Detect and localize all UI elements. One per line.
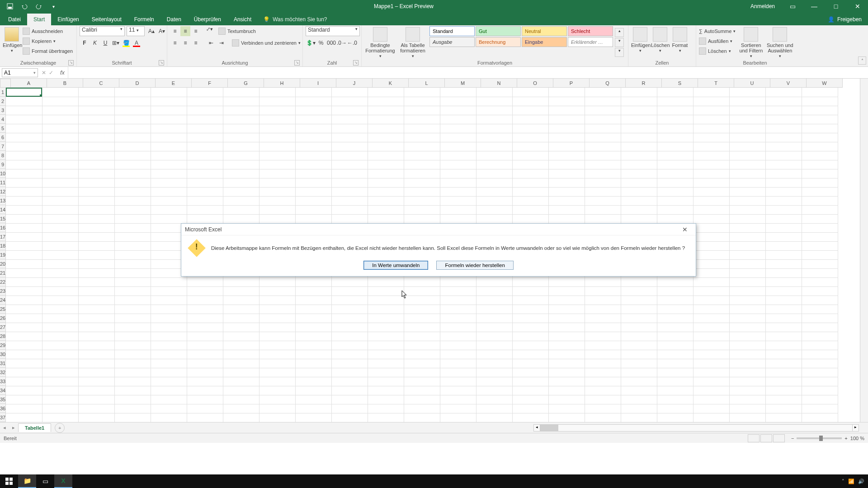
fx-icon[interactable]: fx (57, 69, 68, 76)
decrease-font-icon[interactable]: A▾ (157, 26, 167, 36)
row-header[interactable]: 9 (0, 160, 6, 169)
bold-button[interactable]: F (80, 38, 90, 48)
recover-formulas-button[interactable]: Formeln wieder herstellen (436, 261, 513, 270)
cut-button[interactable]: Ausschneiden (23, 26, 73, 36)
tab-page-layout[interactable]: Seitenlayout (85, 14, 128, 25)
increase-font-icon[interactable]: A▴ (146, 26, 156, 36)
column-header[interactable]: H (264, 79, 300, 88)
align-middle-icon[interactable]: ≡ (180, 26, 190, 36)
column-header[interactable]: S (662, 79, 698, 88)
zoom-level[interactable]: 100 % (850, 436, 864, 441)
row-header[interactable]: 16 (0, 223, 6, 232)
column-header[interactable]: U (734, 79, 770, 88)
sign-in-link[interactable]: Anmelden (744, 3, 781, 9)
cell-style-item[interactable]: Berechnung (476, 37, 521, 47)
percent-icon[interactable]: % (316, 38, 326, 48)
font-color-button[interactable]: A (132, 38, 142, 48)
font-name-combo[interactable]: Calibri ▾ (80, 26, 125, 36)
row-header[interactable]: 30 (0, 350, 6, 359)
number-format-combo[interactable]: Standard▾ (306, 26, 360, 36)
cell-style-item[interactable]: Eingabe (522, 37, 567, 47)
increase-decimal-icon[interactable]: .0→ (337, 38, 347, 48)
sort-filter-button[interactable]: Sortieren und Filtern▾ (737, 26, 764, 59)
ribbon-display-icon[interactable]: ▭ (782, 0, 803, 13)
row-header[interactable]: 19 (0, 250, 6, 259)
dialog-launcher-icon[interactable]: ↘ (68, 60, 74, 66)
row-header[interactable]: 1 (0, 88, 6, 97)
redo-icon[interactable] (33, 1, 45, 12)
cell-style-item[interactable]: Schlecht (568, 26, 613, 36)
row-header[interactable]: 7 (0, 142, 6, 151)
maximize-icon[interactable]: □ (826, 0, 846, 13)
tab-view[interactable]: Ansicht (227, 14, 258, 25)
page-layout-view-icon[interactable] (760, 434, 772, 442)
row-header[interactable]: 26 (0, 314, 6, 323)
tray-volume-icon[interactable]: 🔊 (858, 479, 864, 484)
zoom-in-icon[interactable]: + (844, 436, 847, 441)
dialog-close-icon[interactable]: ✕ (678, 226, 692, 233)
row-header[interactable]: 37 (0, 413, 6, 422)
active-cell[interactable] (6, 88, 42, 97)
sheet-nav-next-icon[interactable]: ▸ (9, 425, 18, 431)
align-right-icon[interactable]: ≡ (191, 38, 201, 48)
cancel-formula-icon[interactable]: ✕ (42, 70, 46, 76)
sheet-nav-prev-icon[interactable]: ◂ (0, 425, 9, 431)
normal-view-icon[interactable] (748, 434, 760, 442)
italic-button[interactable]: K (90, 38, 100, 48)
orientation-icon[interactable]: ⤢▾ (206, 26, 213, 36)
gallery-up-icon[interactable]: ▴ (615, 28, 624, 37)
column-header[interactable]: K (373, 79, 409, 88)
tell-me-search[interactable]: 💡 Was möchten Sie tun? (258, 14, 332, 25)
tab-data[interactable]: Daten (160, 14, 188, 25)
copy-button[interactable]: Kopieren▾ (23, 36, 73, 46)
row-header[interactable]: 14 (0, 205, 6, 214)
dialog-launcher-icon[interactable]: ↘ (353, 60, 359, 66)
wrap-text-button[interactable]: Textumbruch (218, 26, 256, 36)
row-header[interactable]: 34 (0, 386, 6, 395)
accept-formula-icon[interactable]: ✓ (49, 70, 53, 76)
row-header[interactable]: 8 (0, 151, 6, 160)
column-header[interactable]: Q (590, 79, 626, 88)
format-cells-button[interactable]: Format▾ (671, 26, 689, 53)
row-header[interactable]: 31 (0, 359, 6, 368)
align-bottom-icon[interactable]: ≡ (191, 26, 201, 36)
tab-file[interactable]: Datei (2, 14, 27, 25)
row-header[interactable]: 18 (0, 241, 6, 250)
row-header[interactable]: 10 (0, 169, 6, 178)
column-header[interactable]: W (807, 79, 843, 88)
row-header[interactable]: 29 (0, 341, 6, 350)
undo-icon[interactable] (18, 1, 31, 12)
taskbar-app-icon[interactable]: ▭ (36, 474, 54, 488)
column-header[interactable]: R (626, 79, 662, 88)
row-header[interactable]: 33 (0, 377, 6, 386)
row-header[interactable]: 5 (0, 124, 6, 133)
close-icon[interactable]: ✕ (847, 0, 868, 13)
tab-review[interactable]: Überprüfen (188, 14, 227, 25)
column-header[interactable]: B (47, 79, 83, 88)
save-icon[interactable] (4, 1, 16, 12)
minimize-icon[interactable]: — (804, 0, 825, 13)
conditional-formatting-button[interactable]: Bedingte Formatierung▾ (364, 26, 396, 59)
column-header[interactable]: A (11, 79, 47, 88)
tray-chevron-icon[interactable]: ˄ (842, 479, 844, 484)
column-header[interactable]: P (553, 79, 590, 88)
row-header[interactable]: 32 (0, 368, 6, 377)
start-button[interactable] (0, 474, 18, 488)
row-header[interactable]: 35 (0, 395, 6, 404)
name-box[interactable]: A1▾ (2, 68, 38, 77)
scroll-thumb[interactable] (540, 425, 558, 431)
underline-button[interactable]: U (100, 38, 110, 48)
column-header[interactable]: T (698, 79, 734, 88)
dialog-launcher-icon[interactable]: ↘ (159, 60, 164, 66)
file-explorer-taskbar-icon[interactable]: 📁 (18, 474, 36, 488)
fill-button[interactable]: Ausfüllen▾ (699, 36, 736, 46)
cell-style-item[interactable]: Neutral (522, 26, 567, 36)
row-header[interactable]: 23 (0, 286, 6, 296)
column-header[interactable]: V (770, 79, 807, 88)
row-header[interactable]: 27 (0, 323, 6, 332)
row-header[interactable]: 17 (0, 232, 6, 241)
qat-customize-icon[interactable]: ▾ (47, 1, 60, 12)
sheet-tab[interactable]: Tabelle1 (18, 423, 51, 432)
column-header[interactable]: I (300, 79, 336, 88)
row-header[interactable]: 4 (0, 115, 6, 124)
